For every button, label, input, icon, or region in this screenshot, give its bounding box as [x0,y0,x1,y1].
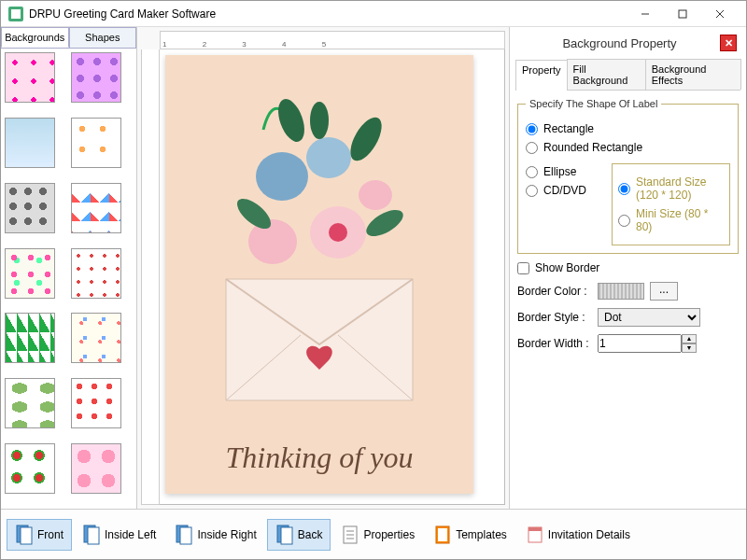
svg-rect-18 [21,527,32,544]
btn-properties[interactable]: Properties [332,519,423,551]
page-icon [275,524,294,546]
bg-thumb[interactable] [71,378,121,428]
canvas[interactable]: Thinking of you [160,49,505,505]
bottom-toolbar: Front Inside Left Inside Right Back Prop… [1,509,746,559]
tab-background-effects[interactable]: Background Effects [645,59,741,90]
svg-point-14 [362,204,407,241]
bg-thumb[interactable] [71,248,121,299]
bg-thumb[interactable] [5,313,55,363]
shape-fieldset: Specify The Shape Of Label Rectangle Rou… [517,98,739,254]
radio-rounded-rectangle[interactable] [526,142,538,154]
svg-point-16 [310,102,329,139]
svg-rect-3 [679,10,686,18]
titlebar: DRPU Greeting Card Maker Software [1,1,746,27]
svg-rect-30 [438,528,447,541]
templates-icon [433,524,452,546]
page-icon [175,524,193,546]
border-color-swatch[interactable] [598,283,644,300]
radio-rectangle[interactable] [526,123,538,135]
svg-rect-24 [281,527,292,544]
radio-standard-size[interactable] [618,183,630,195]
show-border-label: Show Border [535,261,599,274]
bg-thumb[interactable] [5,118,55,168]
svg-point-7 [306,137,351,178]
svg-rect-32 [529,527,542,531]
border-width-label: Border Width : [517,337,592,350]
tab-property[interactable]: Property [515,60,568,91]
background-thumbnails [1,48,136,509]
btn-invitation-details[interactable]: Invitation Details [517,519,639,551]
bg-thumb[interactable] [5,378,55,428]
border-style-select[interactable]: Dot [598,308,700,327]
radio-mini-size[interactable] [618,215,630,227]
bg-thumb[interactable] [5,52,55,103]
properties-icon [341,524,359,546]
svg-point-12 [274,95,310,145]
greeting-card[interactable]: Thinking of you [165,55,473,494]
panel-close-icon[interactable]: ✕ [720,35,737,51]
bg-thumb[interactable] [71,183,121,233]
card-artwork [198,92,441,428]
cd-size-options: Standard Size (120 * 120) Mini Size (80 … [612,163,730,245]
bg-thumb[interactable] [5,248,55,299]
btn-templates[interactable]: Templates [425,519,515,551]
svg-point-8 [248,219,297,264]
bg-thumb[interactable] [5,183,55,233]
border-width-input[interactable] [598,334,682,353]
svg-rect-20 [88,527,99,544]
svg-point-10 [329,223,347,242]
left-panel: Backgrounds Shapes [1,27,137,509]
width-spin-up[interactable]: ▲ [682,334,697,343]
width-spin-down[interactable]: ▼ [682,343,697,353]
radio-cd-dvd[interactable] [526,185,538,197]
border-color-label: Border Color : [517,285,592,298]
btn-inside-left[interactable]: Inside Left [74,519,164,551]
tab-shapes[interactable]: Shapes [69,27,137,48]
bg-thumb[interactable] [71,52,121,103]
bg-thumb[interactable] [71,443,121,494]
btn-front[interactable]: Front [7,519,72,551]
btn-back[interactable]: Back [267,519,331,551]
app-icon [8,7,23,21]
card-text: Thinking of you [226,441,414,475]
tab-fill-background[interactable]: Fill Background [567,59,646,90]
page-icon [82,524,101,546]
tab-backgrounds[interactable]: Backgrounds [1,27,69,48]
invitation-icon [526,524,544,546]
radio-ellipse[interactable] [526,166,538,178]
close-button[interactable] [701,3,739,25]
color-picker-button[interactable]: ... [650,282,678,301]
ruler-vertical [141,49,160,505]
canvas-area: 1 2 3 4 5 [137,27,509,509]
fieldset-legend: Specify The Shape Of Label [526,98,661,109]
page-icon [15,524,34,546]
checkbox-show-border[interactable] [517,262,529,274]
window-title: DRPU Greeting Card Maker Software [29,7,627,21]
bg-thumb[interactable] [71,313,121,363]
ruler-horizontal: 1 2 3 4 5 [160,31,505,49]
minimize-button[interactable] [627,3,664,25]
border-style-label: Border Style : [517,311,592,324]
btn-inside-right[interactable]: Inside Right [166,519,264,551]
right-panel: Background Property ✕ Property Fill Back… [509,27,746,509]
svg-point-6 [256,152,308,201]
panel-title: Background Property [519,36,720,50]
svg-rect-22 [180,527,191,544]
svg-point-11 [359,180,392,210]
maximize-button[interactable] [664,3,701,25]
bg-thumb[interactable] [5,443,55,494]
bg-thumb[interactable] [71,118,121,168]
svg-rect-1 [11,9,21,19]
